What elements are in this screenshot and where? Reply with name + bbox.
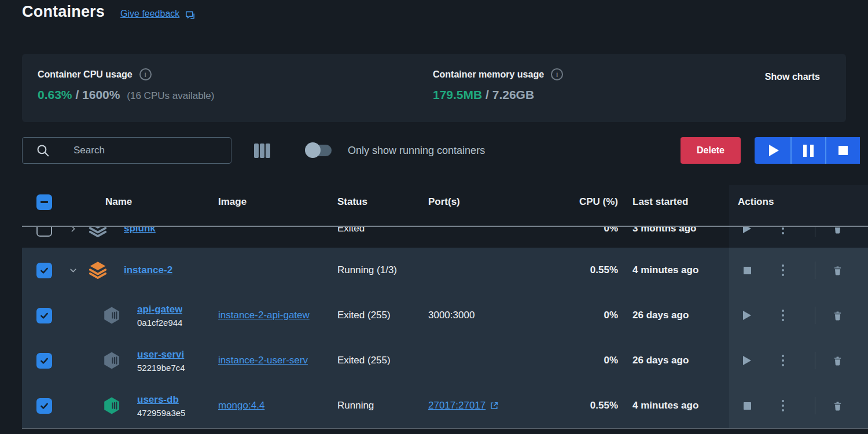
kebab-menu-icon[interactable] — [765, 354, 801, 367]
give-feedback: Give feedback — [120, 9, 196, 20]
memory-usage-block: Container memory usage i 179.5MB / 7.26G… — [433, 54, 765, 122]
status-text: Running (1/3) — [337, 264, 397, 275]
pause-icon — [803, 145, 814, 157]
container-name-link[interactable]: instance-2 — [124, 264, 172, 276]
show-charts-button[interactable]: Show charts — [765, 71, 820, 83]
checkmark-icon — [39, 400, 50, 411]
status-text: Running — [337, 400, 374, 411]
delete-icon[interactable] — [832, 265, 843, 276]
bulk-actions-group — [755, 137, 862, 164]
kebab-menu-icon[interactable] — [765, 308, 801, 322]
cpu-note: (16 CPUs available) — [127, 90, 214, 101]
status-text: Exited (255) — [337, 310, 391, 321]
row-checkbox[interactable] — [36, 353, 52, 369]
clipped-row-zone: splunk Exited 0% 3 months ago — [0, 227, 868, 248]
kebab-menu-icon[interactable] — [765, 399, 801, 413]
memory-usage-label: Container memory usage — [433, 69, 544, 80]
indeterminate-dash-icon — [41, 201, 48, 203]
table-row: users-db 472959a3e5 mongo:4.4 Running 27… — [22, 383, 868, 428]
search-icon — [36, 144, 50, 158]
ports-link[interactable]: 27017:27017 — [428, 400, 486, 411]
start-icon[interactable] — [743, 311, 751, 320]
delete-icon[interactable] — [832, 310, 843, 321]
give-feedback-link[interactable]: Give feedback — [120, 9, 179, 19]
image-link[interactable]: mongo:4.4 — [218, 400, 264, 411]
pause-all-button[interactable] — [790, 137, 825, 164]
row-checkbox[interactable] — [36, 308, 52, 323]
table-row: splunk Exited 0% 3 months ago — [22, 227, 868, 248]
compose-stack-icon — [88, 227, 108, 238]
column-header-last-started[interactable]: Last started — [618, 196, 729, 208]
memory-usage-value: 179.5MB / 7.26GB — [433, 88, 765, 102]
container-icon — [102, 351, 121, 370]
page-header: Containers Give feedback — [22, 3, 196, 21]
container-name-link[interactable]: users-db — [137, 394, 185, 406]
delete-icon[interactable] — [832, 400, 843, 411]
containers-page: Containers Give feedback Container CPU u… — [0, 0, 868, 434]
last-started-value: 26 days ago — [632, 355, 689, 366]
external-link-icon[interactable] — [490, 401, 499, 410]
delete-icon[interactable] — [832, 227, 843, 234]
column-header-actions: Actions — [729, 185, 868, 219]
stop-icon[interactable] — [744, 402, 751, 410]
column-header-ports[interactable]: Port(s) — [428, 196, 525, 208]
start-icon[interactable] — [743, 356, 751, 365]
page-title: Containers — [22, 3, 105, 21]
cpu-usage-label: Container CPU usage — [38, 69, 133, 80]
feedback-chat-icon — [185, 10, 196, 21]
column-header-name[interactable]: Name — [88, 196, 218, 208]
search-box — [22, 137, 231, 164]
cpu-value: 0% — [604, 227, 618, 234]
container-name-link[interactable]: api-gatew — [137, 304, 182, 315]
resource-usage-panel: Container CPU usage i 0.63% / 1600% (16 … — [22, 54, 846, 122]
checkmark-icon — [39, 355, 50, 366]
info-icon[interactable]: i — [139, 68, 152, 80]
search-input[interactable] — [72, 144, 214, 157]
kebab-menu-icon[interactable] — [765, 227, 801, 236]
column-header-image[interactable]: Image — [218, 196, 337, 208]
row-checkbox[interactable] — [36, 398, 52, 414]
cpu-value: 0.55% — [590, 400, 618, 411]
delete-icon[interactable] — [832, 355, 843, 366]
table-row: api-gatew 0a1cf2e944 instance-2-api-gate… — [22, 293, 868, 338]
delete-button[interactable]: Delete — [681, 137, 741, 164]
compose-stack-icon — [88, 260, 108, 280]
table-header: Name Image Status Port(s) CPU (%) Last s… — [0, 185, 868, 227]
image-link[interactable]: instance-2-api-gatew — [218, 310, 310, 321]
kebab-menu-icon[interactable] — [765, 263, 801, 277]
only-running-toggle[interactable] — [306, 143, 332, 158]
container-icon — [102, 396, 121, 415]
row-checkbox[interactable] — [36, 227, 52, 237]
stop-icon[interactable] — [744, 267, 751, 274]
container-name-link[interactable]: splunk — [124, 227, 156, 234]
table-row: instance-2 Running (1/3) 0.55% 4 minutes… — [22, 248, 868, 293]
stop-all-button[interactable] — [825, 137, 860, 164]
ports-text: 3000:3000 — [428, 310, 475, 321]
container-id: 52219be7c4 — [137, 363, 185, 373]
start-all-button[interactable] — [755, 137, 790, 164]
table-row: user-servi 52219be7c4 instance-2-user-se… — [22, 338, 868, 383]
columns-settings-icon[interactable] — [254, 144, 270, 158]
container-group: instance-2 Running (1/3) 0.55% 4 minutes… — [22, 248, 868, 429]
cpu-value: 0% — [604, 355, 618, 366]
last-started-value: 4 minutes ago — [632, 264, 698, 275]
select-all-checkbox[interactable] — [36, 194, 52, 210]
checkmark-icon — [39, 310, 50, 321]
row-checkbox[interactable] — [36, 263, 52, 278]
last-started-value: 26 days ago — [632, 310, 689, 321]
container-name-link[interactable]: user-servi — [137, 349, 185, 361]
container-id: 472959a3e5 — [137, 408, 185, 418]
start-icon[interactable] — [743, 227, 751, 233]
cpu-value: 0.55% — [590, 264, 618, 275]
status-text: Exited — [337, 227, 365, 234]
cpu-usage-value: 0.63% / 1600% (16 CPUs available) — [38, 88, 433, 102]
image-link[interactable]: instance-2-user-serv — [218, 355, 308, 366]
chevron-right-icon[interactable] — [68, 227, 78, 234]
info-icon[interactable]: i — [551, 68, 563, 80]
column-header-cpu[interactable]: CPU (%) — [525, 196, 618, 208]
play-icon — [769, 145, 779, 156]
stop-icon — [838, 146, 848, 155]
only-running-label: Only show running containers — [348, 137, 485, 164]
chevron-down-icon[interactable] — [68, 266, 78, 275]
column-header-status[interactable]: Status — [337, 196, 428, 208]
